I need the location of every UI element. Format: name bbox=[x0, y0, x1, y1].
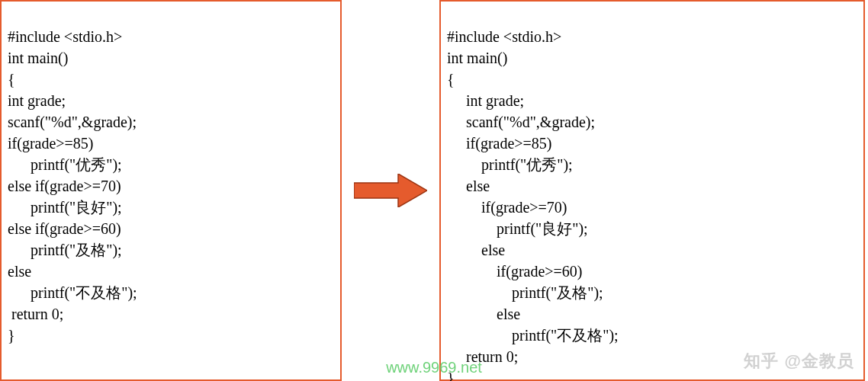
code-line: } bbox=[447, 370, 455, 381]
code-line: else bbox=[447, 178, 490, 194]
code-panel-left: #include <stdio.h> int main() { int grad… bbox=[0, 0, 342, 381]
svg-marker-0 bbox=[354, 174, 427, 207]
code-line: else if(grade>=60) bbox=[8, 220, 121, 237]
code-line: { bbox=[447, 71, 455, 88]
code-line: int main() bbox=[8, 50, 68, 66]
code-line: printf("良好"); bbox=[447, 220, 588, 237]
code-line: int main() bbox=[447, 50, 507, 66]
code-line: else bbox=[447, 242, 505, 258]
code-line: printf("良好"); bbox=[8, 199, 122, 216]
code-line: int grade; bbox=[447, 92, 524, 109]
code-line: printf("不及格"); bbox=[8, 284, 137, 301]
code-line: scanf("%d",&grade); bbox=[447, 114, 595, 130]
code-line: { bbox=[8, 71, 15, 88]
code-line: printf("不及格"); bbox=[447, 327, 619, 344]
code-line: } bbox=[8, 327, 15, 344]
code-line: printf("及格"); bbox=[8, 242, 122, 258]
code-line: printf("优秀"); bbox=[447, 156, 573, 173]
code-line: else bbox=[8, 263, 31, 280]
code-line: else bbox=[447, 306, 520, 322]
code-line: #include <stdio.h> bbox=[8, 28, 122, 45]
code-line: int grade; bbox=[8, 92, 66, 109]
code-line: return 0; bbox=[8, 306, 63, 322]
code-line: scanf("%d",&grade); bbox=[8, 114, 137, 130]
code-line: if(grade>=70) bbox=[447, 199, 567, 216]
code-line: printf("优秀"); bbox=[8, 156, 122, 173]
code-line: if(grade>=85) bbox=[8, 135, 94, 152]
code-panel-right: #include <stdio.h> int main() { int grad… bbox=[439, 0, 865, 381]
code-line: printf("及格"); bbox=[447, 284, 603, 301]
arrow-gap bbox=[342, 0, 439, 381]
code-line: if(grade>=60) bbox=[447, 263, 583, 280]
code-line: else if(grade>=70) bbox=[8, 178, 121, 194]
code-line: return 0; bbox=[447, 348, 518, 365]
arrow-right-icon bbox=[354, 174, 427, 207]
code-line: #include <stdio.h> bbox=[447, 28, 561, 45]
code-line: if(grade>=85) bbox=[447, 135, 552, 152]
